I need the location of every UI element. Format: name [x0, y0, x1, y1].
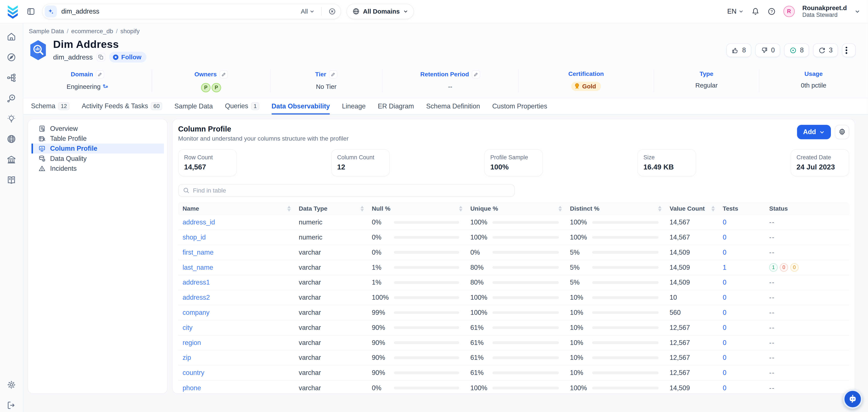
column-header-data-type[interactable]: Data Type	[299, 202, 372, 215]
column-header-tests[interactable]: Tests	[723, 202, 769, 215]
tests-count-link[interactable]: 0	[723, 384, 726, 392]
clear-search-icon[interactable]	[328, 7, 336, 15]
edit-retention-icon[interactable]	[472, 70, 480, 78]
tab-lineage[interactable]: Lineage	[342, 99, 366, 114]
tab-queries[interactable]: Queries1	[225, 99, 259, 114]
tests-count-link[interactable]: 0	[723, 309, 726, 316]
column-name-link[interactable]: first_name	[183, 249, 214, 256]
menu-item-column-profile[interactable]: Column Profile	[31, 144, 164, 154]
entity-header: Dim Address dim_address Follow	[23, 35, 868, 65]
more-options-button[interactable]	[842, 43, 856, 57]
breadcrumb-ecommerce-db[interactable]: ecommerce_db	[71, 28, 113, 34]
sort-icon	[658, 206, 662, 212]
tests-count-link[interactable]: 0	[723, 294, 726, 301]
column-name-link[interactable]: address1	[183, 279, 210, 286]
insights-bulb-icon[interactable]	[7, 114, 16, 124]
column-profile-icon	[38, 145, 45, 152]
column-name-link[interactable]: region	[183, 339, 201, 346]
find-in-table-search[interactable]	[178, 184, 515, 197]
stat-row-count: Row Count14,567	[178, 149, 237, 177]
tests-count-link[interactable]: 1	[723, 264, 726, 271]
global-search-bar[interactable]: All	[42, 4, 341, 19]
column-name-link[interactable]: last_name	[183, 264, 213, 271]
follow-button[interactable]: Follow	[109, 52, 147, 62]
profiler-settings-button[interactable]	[835, 125, 849, 139]
status-empty: --	[769, 249, 775, 256]
panel-subtitle: Monitor and understand your columns stru…	[178, 135, 349, 142]
tab-er-diagram[interactable]: ER Diagram	[378, 99, 414, 114]
user-menu[interactable]: Rounakpreet.d Data Steward	[802, 4, 847, 18]
unique-percent-cell: 61%	[470, 369, 570, 377]
find-in-table-input[interactable]	[193, 187, 510, 194]
tests-count-link[interactable]: 0	[723, 324, 726, 331]
column-header-name[interactable]: Name	[178, 202, 299, 215]
tests-count-link[interactable]: 0	[723, 233, 726, 241]
chat-assistant-button[interactable]	[843, 389, 862, 409]
logout-icon[interactable]	[7, 401, 16, 410]
search-input[interactable]	[61, 7, 297, 15]
tests-count-link[interactable]: 0	[723, 354, 726, 361]
column-header-unique-pct[interactable]: Unique %	[470, 202, 570, 215]
settings-gear-icon[interactable]	[7, 380, 16, 389]
column-name-link[interactable]: zip	[183, 354, 191, 361]
tests-count-link[interactable]: 0	[723, 369, 726, 376]
tab-activity-feeds[interactable]: Activity Feeds & Tasks60	[82, 99, 162, 114]
tab-data-observability[interactable]: Data Observability	[272, 99, 330, 114]
column-header-null-pct[interactable]: Null %	[372, 202, 470, 215]
menu-item-incidents[interactable]: Incidents	[31, 164, 164, 173]
column-name-link[interactable]: country	[183, 369, 204, 376]
edit-domain-icon[interactable]	[96, 70, 104, 78]
owner-avatar[interactable]: P	[212, 83, 221, 93]
downvote-button[interactable]: 0	[755, 43, 780, 57]
domains-globe-icon[interactable]	[7, 134, 16, 144]
column-header-value-count[interactable]: Value Count	[670, 202, 723, 215]
sidebar-toggle-icon[interactable]	[26, 6, 36, 17]
tests-count-link[interactable]: 0	[723, 279, 726, 286]
user-avatar[interactable]: R	[783, 6, 795, 17]
owner-avatar[interactable]: P	[201, 83, 211, 93]
edit-owners-icon[interactable]	[220, 70, 228, 78]
tab-custom-properties[interactable]: Custom Properties	[492, 99, 547, 114]
menu-item-table-profile[interactable]: Table Profile	[31, 134, 164, 144]
menu-item-data-quality[interactable]: Data Quality	[31, 154, 164, 163]
all-domains-button[interactable]: All Domains	[346, 4, 414, 19]
column-name-link[interactable]: company	[183, 309, 210, 316]
home-icon[interactable]	[7, 32, 16, 42]
add-button[interactable]: Add	[797, 125, 831, 139]
observability-search-icon[interactable]	[7, 94, 16, 103]
tests-count-link[interactable]: 0	[723, 339, 726, 346]
table-header-row: Name Data Type Null % Unique % Distinct …	[178, 202, 849, 215]
copy-icon[interactable]	[97, 53, 105, 61]
notifications-bell-icon[interactable]	[751, 7, 760, 15]
lineage-hierarchy-icon[interactable]	[7, 73, 16, 83]
govern-bank-icon[interactable]	[7, 155, 16, 164]
edit-tier-icon[interactable]	[329, 70, 337, 78]
app-logo-icon[interactable]	[6, 4, 20, 19]
menu-item-overview[interactable]: Overview	[31, 124, 164, 134]
column-name-link[interactable]: city	[183, 324, 192, 331]
tab-sample-data[interactable]: Sample Data	[175, 99, 213, 114]
search-scope-dropdown[interactable]: All	[301, 8, 315, 15]
column-name-link[interactable]: address_id	[183, 218, 215, 226]
chevron-down-icon[interactable]	[855, 9, 860, 14]
help-icon[interactable]: ?	[768, 7, 776, 15]
tab-schema-definition[interactable]: Schema Definition	[426, 99, 480, 114]
column-header-distinct-pct[interactable]: Distinct %	[570, 202, 670, 215]
tests-count-link[interactable]: 0	[723, 218, 726, 226]
explore-compass-icon[interactable]	[7, 53, 16, 62]
column-name-link[interactable]: address2	[183, 294, 210, 301]
glossary-book-icon[interactable]	[7, 175, 16, 185]
unique-percent-cell: 61%	[470, 354, 570, 361]
breadcrumb-sample-data[interactable]: Sample Data	[29, 28, 64, 34]
watchers-button[interactable]: 8	[784, 43, 809, 57]
column-name-link[interactable]: phone	[183, 384, 201, 392]
versions-button[interactable]: 3	[813, 43, 838, 57]
language-selector[interactable]: EN	[727, 7, 744, 15]
tab-schema[interactable]: Schema12	[31, 99, 70, 114]
tests-count-link[interactable]: 0	[723, 249, 726, 256]
breadcrumb-shopify[interactable]: shopify	[120, 28, 140, 34]
profile-stats: Row Count14,567 Column Count12 Profile S…	[178, 149, 849, 177]
column-name-link[interactable]: shop_id	[183, 233, 206, 241]
upvote-button[interactable]: 8	[726, 43, 751, 57]
unique-percent-cell: 100%	[470, 384, 570, 392]
